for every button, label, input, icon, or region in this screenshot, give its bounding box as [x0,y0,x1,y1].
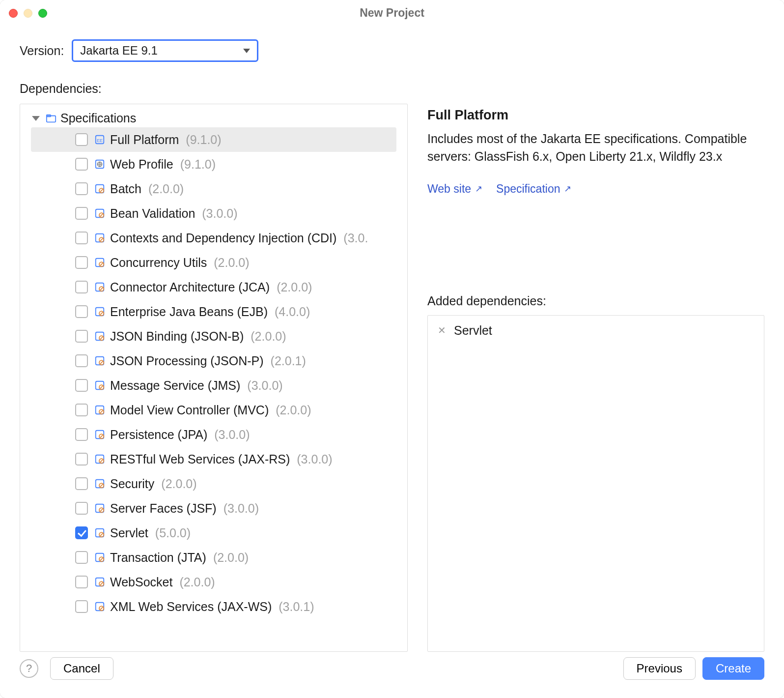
spec-name: JSON Processing (JSON-P) [110,354,264,368]
spec-icon [94,429,105,440]
svg-line-23 [100,312,103,315]
spec-name: XML Web Services (JAX-WS) [110,600,272,614]
spec-name: Server Faces (JSF) [110,501,217,516]
spec-item[interactable]: Web Profile(9.1.0) [20,152,407,176]
spec-version: (2.0.0) [276,403,311,417]
svg-line-59 [100,607,103,610]
spec-checkbox[interactable] [75,330,88,343]
spec-version: (3.0.0) [247,378,282,393]
spec-version: (2.0.0) [179,575,215,589]
spec-item[interactable]: Servlet(5.0.0) [20,521,407,545]
folder-icon [46,113,56,124]
spec-icon [94,208,105,219]
spec-checkbox[interactable] [75,551,88,564]
spec-name: Full Platform [110,133,179,147]
spec-item[interactable]: Transaction (JTA)(2.0.0) [20,545,407,570]
spec-version: (9.1.0) [186,133,221,147]
spec-checkbox[interactable] [75,256,88,269]
spec-item[interactable]: JSON Processing (JSON-P)(2.0.1) [20,349,407,373]
spec-item[interactable]: Concurrency Utils(2.0.0) [20,250,407,275]
spec-checkbox[interactable] [75,281,88,293]
spec-checkbox[interactable] [75,526,88,539]
tree-root-specifications[interactable]: Specifications [20,109,407,127]
spec-checkbox[interactable] [75,453,88,465]
spec-version: (3.0.0) [224,501,259,516]
spec-version: (2.0.0) [251,329,286,344]
external-link-icon: ↗ [475,183,482,194]
help-button[interactable]: ? [20,659,38,678]
spec-icon [94,601,105,612]
spec-icon [94,405,105,415]
chevron-down-icon [243,49,250,53]
added-dependency-item[interactable]: ✕Servlet [428,320,764,342]
spec-item[interactable]: Persistence (JPA)(3.0.0) [20,422,407,447]
detail-link[interactable]: Specification↗ [496,182,571,196]
spec-item[interactable]: XML Web Services (JAX-WS)(3.0.1) [20,594,407,619]
spec-icon [94,306,105,317]
spec-name: WebSocket [110,575,172,589]
external-link-icon: ↗ [564,183,571,194]
spec-checkbox[interactable] [75,232,88,244]
caret-down-icon [32,116,40,121]
spec-checkbox[interactable] [75,404,88,416]
footer: ? Cancel Previous Create [0,652,784,698]
svg-line-8 [100,189,103,192]
added-dependency-label: Servlet [454,323,492,338]
remove-icon[interactable]: ✕ [438,324,446,336]
detail-title: Full Platform [427,108,764,123]
svg-line-47 [100,509,103,512]
spec-version: (2.0.0) [214,256,249,270]
svg-line-38 [100,435,103,438]
detail-link[interactable]: Web site↗ [427,182,482,196]
spec-item[interactable]: WebSocket(2.0.0) [20,570,407,594]
svg-line-20 [100,288,103,291]
spec-item[interactable]: EEFull Platform(9.1.0) [31,127,396,152]
spec-version: (2.0.0) [148,182,184,196]
spec-checkbox[interactable] [75,576,88,588]
spec-item[interactable]: Security(2.0.0) [20,471,407,496]
spec-name: Concurrency Utils [110,256,207,270]
detail-panel: Full Platform Includes most of the Jakar… [427,104,764,652]
spec-item[interactable]: Batch(2.0.0) [20,176,407,201]
spec-checkbox[interactable] [75,207,88,220]
spec-item[interactable]: JSON Binding (JSON-B)(2.0.0) [20,324,407,349]
spec-icon [94,282,105,292]
spec-item[interactable]: Contexts and Dependency Injection (CDI)(… [20,226,407,250]
spec-item[interactable]: Enterprise Java Beans (EJB)(4.0.0) [20,299,407,324]
spec-item[interactable]: Connector Architecture (JCA)(2.0.0) [20,275,407,299]
spec-name: RESTful Web Services (JAX-RS) [110,452,290,466]
spec-checkbox[interactable] [75,182,88,195]
cancel-button[interactable]: Cancel [50,657,113,680]
spec-item[interactable]: Model View Controller (MVC)(2.0.0) [20,398,407,422]
previous-button[interactable]: Previous [623,657,696,680]
create-button[interactable]: Create [702,657,764,680]
spec-version: (3.0.0) [214,428,250,442]
detail-link-label: Specification [496,182,560,196]
spec-icon [94,454,105,465]
spec-checkbox[interactable] [75,305,88,318]
spec-item[interactable]: Message Service (JMS)(3.0.0) [20,373,407,398]
version-select[interactable]: Jakarta EE 9.1 [72,39,258,62]
spec-version: (3.0. [343,231,368,245]
spec-checkbox[interactable] [75,502,88,515]
svg-text:EE: EE [97,138,103,143]
detail-links: Web site↗Specification↗ [427,182,764,196]
spec-item[interactable]: Server Faces (JSF)(3.0.0) [20,496,407,521]
added-dependencies-label: Added dependencies: [427,294,764,308]
spec-checkbox[interactable] [75,158,88,171]
spec-item[interactable]: RESTful Web Services (JAX-RS)(3.0.0) [20,447,407,471]
spec-name: Model View Controller (MVC) [110,403,269,417]
spec-checkbox[interactable] [75,379,88,392]
spec-name: Transaction (JTA) [110,551,206,565]
spec-checkbox[interactable] [75,600,88,613]
version-label: Version: [20,44,64,58]
spec-name: Enterprise Java Beans (EJB) [110,305,268,319]
svg-line-50 [100,533,103,536]
spec-checkbox[interactable] [75,477,88,490]
spec-version: (5.0.0) [155,526,191,540]
spec-item[interactable]: Bean Validation(3.0.0) [20,201,407,226]
spec-checkbox[interactable] [75,428,88,441]
svg-line-17 [100,263,103,266]
spec-checkbox[interactable] [75,354,88,367]
spec-checkbox[interactable] [75,133,88,146]
